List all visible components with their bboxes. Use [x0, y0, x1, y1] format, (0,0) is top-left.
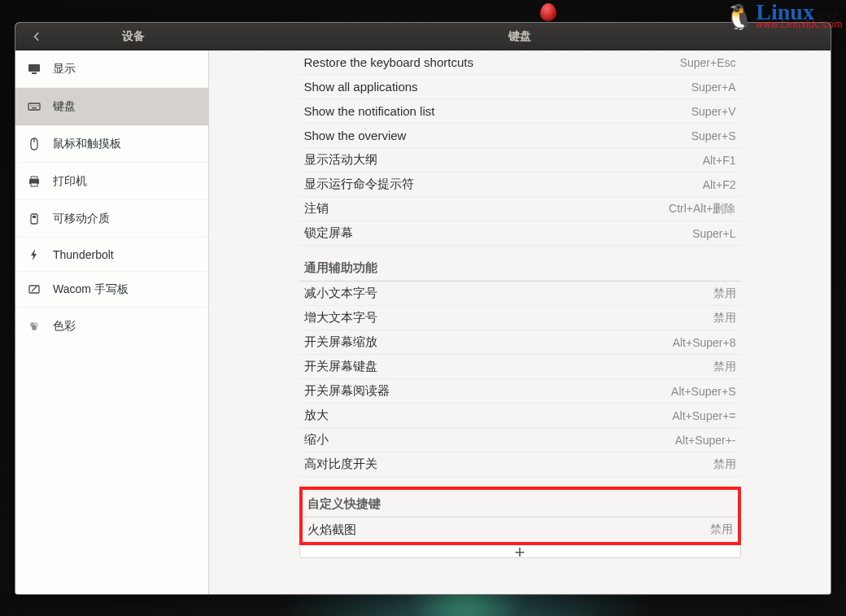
- svg-rect-13: [33, 216, 36, 218]
- shortcut-label: 开关屏幕阅读器: [304, 383, 390, 399]
- back-button[interactable]: [15, 23, 58, 50]
- shortcut-label: 放大: [304, 408, 329, 423]
- shortcut-value: Ctrl+Alt+删除: [669, 202, 735, 216]
- svg-point-3: [30, 105, 31, 106]
- shortcut-row[interactable]: 开关屏幕阅读器 Alt+Super+S: [299, 379, 741, 404]
- shortcut-row[interactable]: 放大 Alt+Super+=: [299, 404, 741, 428]
- shortcut-row[interactable]: 注销 Ctrl+Alt+删除: [299, 197, 741, 221]
- sidebar-item-label: 可移动介质: [53, 212, 110, 226]
- watermark-url: www.Linuxidc.com: [756, 20, 843, 29]
- watermark: 🐧 Linux 公社 www.Linuxidc.com: [724, 2, 843, 29]
- titlebar: 设备 键盘: [15, 23, 831, 50]
- shortcut-value: 禁用: [713, 286, 736, 301]
- svg-rect-1: [32, 72, 37, 74]
- shortcut-label: 增大文本字号: [304, 310, 377, 325]
- sidebar-item-label: 显示: [53, 62, 76, 76]
- shortcut-value: Alt+Super+-: [675, 434, 736, 447]
- sidebar-item-removable-media[interactable]: 可移动介质: [15, 200, 208, 238]
- shortcut-value: Alt+Super+S: [671, 385, 735, 398]
- sidebar-item-printer[interactable]: 打印机: [15, 163, 208, 200]
- svg-point-6: [37, 105, 38, 106]
- mouse-icon: [27, 137, 41, 151]
- shortcut-row[interactable]: 减小文本字号 禁用: [299, 282, 741, 306]
- shortcut-row[interactable]: 开关屏幕键盘 禁用: [299, 355, 741, 379]
- tux-icon: 🐧: [724, 5, 754, 29]
- shortcut-row[interactable]: Show the notification list Super+V: [299, 99, 741, 124]
- shortcut-row[interactable]: 锁定屏幕 Super+L: [299, 221, 741, 246]
- svg-rect-0: [28, 64, 40, 72]
- sidebar-item-label: 键盘: [53, 99, 76, 114]
- display-icon: [27, 62, 41, 76]
- sidebar-item-wacom[interactable]: Wacom 手写板: [15, 272, 208, 308]
- svg-rect-12: [31, 214, 37, 224]
- shortcut-list: Restore the keyboard shortcuts Super+Esc…: [299, 50, 741, 545]
- svg-point-5: [35, 105, 36, 106]
- shortcut-label: 开关屏幕键盘: [304, 359, 377, 374]
- shortcut-label: 显示活动大纲: [304, 152, 377, 168]
- shortcut-row[interactable]: 增大文本字号 禁用: [299, 306, 741, 330]
- shortcut-row[interactable]: 火焰截图 禁用: [303, 518, 738, 542]
- tablet-icon: [27, 282, 41, 297]
- shortcut-row[interactable]: 缩小 Alt+Super+-: [299, 428, 741, 452]
- shortcut-value: Super+Esc: [680, 56, 736, 69]
- shortcut-value: Alt+F2: [703, 178, 736, 191]
- sidebar-item-label: Thunderbolt: [53, 248, 114, 261]
- shortcut-row[interactable]: Show the overview Super+S: [299, 124, 741, 148]
- svg-point-17: [32, 325, 37, 330]
- shortcut-value: Super+A: [691, 81, 736, 94]
- svg-rect-11: [31, 183, 37, 186]
- shortcut-row[interactable]: 显示活动大纲 Alt+F1: [299, 148, 741, 173]
- svg-rect-2: [28, 103, 40, 110]
- shortcut-value: Alt+Super+8: [673, 336, 736, 349]
- shortcut-value: Alt+F1: [703, 154, 736, 167]
- panel-title-left: 设备: [58, 23, 209, 50]
- color-icon: [27, 319, 41, 334]
- custom-shortcuts-highlight: 自定义快捷键 火焰截图 禁用: [299, 487, 741, 545]
- shortcut-value: 禁用: [713, 311, 736, 325]
- shortcut-row[interactable]: 开关屏幕缩放 Alt+Super+8: [299, 330, 741, 355]
- shortcut-label: Show the notification list: [304, 104, 435, 118]
- shortcut-row[interactable]: Restore the keyboard shortcuts Super+Esc: [299, 50, 741, 75]
- shortcut-label: Show the overview: [304, 129, 407, 142]
- settings-window: 设备 键盘 显示 键盘 鼠标和触摸板: [15, 22, 831, 595]
- plus-icon: +: [515, 545, 525, 558]
- sidebar-item-keyboard[interactable]: 键盘: [15, 88, 208, 125]
- decorative-shape: [540, 3, 556, 21]
- shortcut-value: Super+S: [691, 129, 736, 142]
- shortcut-label: 显示运行命令提示符: [304, 177, 414, 192]
- shortcut-label: 火焰截图: [307, 522, 356, 538]
- shortcut-value: 禁用: [713, 360, 736, 374]
- sidebar-item-label: Wacom 手写板: [53, 282, 129, 297]
- svg-rect-10: [31, 177, 37, 179]
- shortcut-row[interactable]: Show all applications Super+A: [299, 75, 741, 99]
- section-header-a11y: 通用辅助功能: [299, 246, 741, 282]
- sidebar-item-label: 打印机: [53, 174, 87, 189]
- shortcut-label: 减小文本字号: [304, 286, 377, 301]
- shortcut-row[interactable]: 高对比度开关 禁用: [299, 452, 741, 477]
- shortcut-value: Alt+Super+=: [672, 409, 735, 422]
- main-panel: Restore the keyboard shortcuts Super+Esc…: [209, 50, 831, 594]
- keyboard-icon: [27, 99, 41, 114]
- shortcut-label: 高对比度开关: [304, 457, 377, 472]
- shortcut-value: Super+L: [692, 227, 735, 240]
- sidebar: 显示 键盘 鼠标和触摸板 打印机: [15, 50, 209, 594]
- section-header-custom: 自定义快捷键: [303, 490, 738, 518]
- sidebar-item-mouse[interactable]: 鼠标和触摸板: [15, 125, 208, 163]
- printer-icon: [27, 174, 41, 189]
- sidebar-item-display[interactable]: 显示: [15, 50, 208, 88]
- media-icon: [27, 212, 41, 226]
- chevron-left-icon: [31, 31, 42, 42]
- shortcut-value: Super+V: [691, 105, 736, 118]
- svg-point-4: [33, 105, 33, 106]
- shortcut-value: 禁用: [713, 457, 736, 472]
- sidebar-item-thunderbolt[interactable]: Thunderbolt: [15, 238, 208, 272]
- svg-rect-7: [32, 107, 37, 108]
- add-shortcut-button[interactable]: +: [299, 545, 741, 558]
- shortcut-label: 注销: [304, 201, 329, 216]
- shortcut-label: 锁定屏幕: [304, 225, 353, 241]
- shortcut-label: 缩小: [304, 432, 329, 448]
- shortcut-label: Show all applications: [304, 80, 418, 94]
- shortcut-row[interactable]: 显示运行命令提示符 Alt+F2: [299, 173, 741, 197]
- sidebar-item-color[interactable]: 色彩: [15, 308, 208, 345]
- shortcut-value: 禁用: [710, 522, 733, 537]
